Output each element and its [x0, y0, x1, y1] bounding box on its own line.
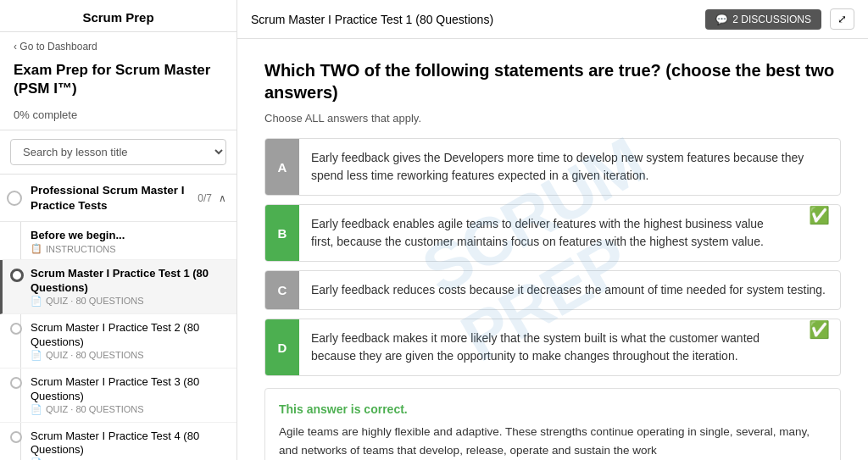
expand-icon: ⤢	[837, 13, 847, 25]
section-title: Professional Scrum Master I Practice Tes…	[31, 183, 198, 213]
correct-check-d: ✅	[798, 319, 840, 340]
main-content: Scrum Master I Practice Test 1 (80 Quest…	[237, 0, 868, 460]
dashboard-link[interactable]: ‹ Go to Dashboard	[0, 32, 236, 56]
answer-option-c[interactable]: C Early feedback reduces costs because i…	[264, 270, 841, 310]
answer-letter-a: A	[265, 139, 299, 195]
course-section: Professional Scrum Master I Practice Tes…	[0, 175, 236, 460]
lesson-title: Scrum Master I Practice Test 4 (80 Quest…	[31, 430, 226, 458]
list-item[interactable]: Scrum Master I Practice Test 3 (80 Quest…	[0, 369, 236, 423]
lesson-title: Scrum Master I Practice Test 3 (80 Quest…	[31, 375, 226, 404]
lesson-dot	[10, 269, 24, 282]
lesson-meta: 📋 INSTRUCTIONS	[31, 243, 226, 254]
chat-icon: 💬	[715, 14, 728, 25]
answer-text-a: Early feedback gives the Developers more…	[299, 139, 840, 195]
answer-feedback-panel: This answer is correct. Agile teams are …	[264, 388, 841, 460]
instructions-icon: 📋	[31, 243, 42, 254]
discussions-button[interactable]: 💬 2 DISCUSSIONS	[705, 9, 821, 30]
list-item[interactable]: Scrum Master I Practice Test 2 (80 Quest…	[0, 314, 236, 369]
lesson-title: Scrum Master I Practice Test 2 (80 Quest…	[31, 321, 226, 350]
expand-button[interactable]: ⤢	[830, 8, 854, 30]
answer-text-b: Early feedback enables agile teams to de…	[299, 205, 798, 261]
sidebar-title: Scrum Prep	[0, 0, 236, 32]
answer-text-c: Early feedback reduces costs because it …	[299, 271, 840, 309]
progress-indicator: 0% complete	[0, 105, 236, 130]
sidebar: Scrum Prep ‹ Go to Dashboard Exam Prep f…	[0, 0, 237, 460]
lessons-list: Before we begin... 📋 INSTRUCTIONS Scrum …	[0, 222, 236, 460]
question-instruction: Choose ALL answers that apply.	[264, 112, 841, 125]
lesson-dot	[10, 323, 22, 335]
answer-option-a[interactable]: A Early feedback gives the Developers mo…	[264, 138, 841, 196]
answer-letter-d: D	[265, 319, 299, 375]
list-item[interactable]: Scrum Master I Practice Test 4 (80 Quest…	[0, 423, 236, 460]
question-title: Which TWO of the following statements ar…	[264, 59, 841, 103]
lesson-meta: 📄 QUIZ · 80 QUESTIONS	[31, 404, 226, 415]
quiz-icon: 📄	[31, 350, 42, 361]
answer-option-b[interactable]: B Early feedback enables agile teams to …	[264, 204, 841, 262]
list-item[interactable]: Before we begin... 📋 INSTRUCTIONS	[0, 222, 236, 260]
answer-letter-b: B	[265, 205, 299, 261]
lesson-meta: 📄 QUIZ · 80 QUESTIONS	[31, 350, 226, 361]
section-circle	[7, 191, 22, 206]
top-bar: Scrum Master I Practice Test 1 (80 Quest…	[237, 0, 868, 39]
quiz-title: Scrum Master I Practice Test 1 (80 Quest…	[251, 13, 493, 26]
course-title: Exam Prep for Scrum Master (PSM I™)	[0, 56, 236, 105]
section-header[interactable]: Professional Scrum Master I Practice Tes…	[0, 175, 236, 222]
answer-option-d[interactable]: D Early feedback makes it more likely th…	[264, 319, 841, 376]
lesson-meta: 📄 QUIZ · 80 QUESTIONS	[31, 296, 226, 307]
list-item[interactable]: Scrum Master I Practice Test 1 (80 Quest…	[0, 260, 236, 314]
search-container: Search by lesson title	[0, 130, 236, 175]
lesson-title: Scrum Master I Practice Test 1 (80 Quest…	[31, 267, 226, 296]
answer-text-d: Early feedback makes it more likely that…	[299, 319, 798, 375]
correct-explanation: Agile teams are highly flexible and adap…	[279, 423, 826, 459]
correct-check-b: ✅	[798, 205, 840, 225]
answer-letter-c: C	[265, 271, 299, 309]
discussions-label: 2 DISCUSSIONS	[732, 14, 811, 25]
top-bar-actions: 💬 2 DISCUSSIONS ⤢	[705, 8, 854, 30]
chevron-up-icon: ∧	[219, 192, 226, 204]
quiz-icon: 📄	[31, 404, 42, 415]
lesson-search-select[interactable]: Search by lesson title	[10, 139, 226, 165]
correct-label: This answer is correct.	[279, 402, 826, 416]
quiz-icon: 📄	[31, 296, 42, 307]
lesson-title: Before we begin...	[31, 229, 226, 243]
lesson-dot	[10, 431, 22, 443]
question-area: SCRUMPREP Which TWO of the following sta…	[237, 39, 868, 460]
lesson-dot	[10, 377, 22, 389]
section-count: 0/7	[198, 192, 212, 204]
